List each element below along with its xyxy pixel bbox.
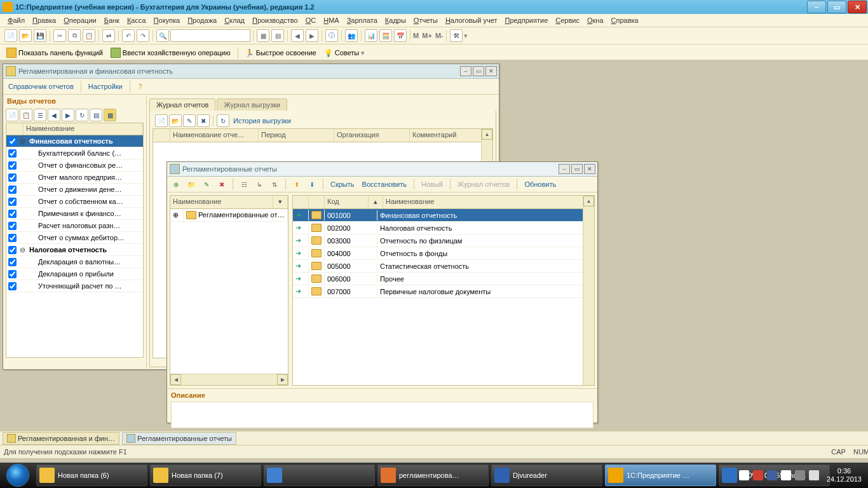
child-maximize-button[interactable]: ▭	[473, 66, 484, 76]
reports-window-title[interactable]: Регламентированная и финансовая отчетнос…	[3, 64, 499, 79]
add-icon[interactable]: ⊕	[170, 179, 182, 190]
item-checkbox[interactable]	[8, 186, 17, 194]
move-icon[interactable]: ↳	[254, 179, 265, 190]
tray-network-icon[interactable]	[795, 470, 805, 480]
reg-reports-title[interactable]: Регламентированные отчеты – ▭ ✕	[167, 162, 597, 177]
grid-row[interactable]: ➜005000Статистическая отчетность	[293, 260, 594, 273]
report-tree-item[interactable]: Отчет о финансовых ре…	[6, 159, 143, 172]
chart-icon[interactable]: 📊	[365, 29, 377, 42]
menu-Окна[interactable]: Окна	[583, 15, 607, 25]
report-tree-item[interactable]: ⊖Налоговая отчетность	[6, 244, 143, 256]
calc-icon[interactable]: 🧮	[379, 29, 392, 42]
child-maximize-button[interactable]: ▭	[571, 164, 583, 174]
tab-upload-journal[interactable]: Журнал выгрузки	[217, 98, 287, 111]
close-button[interactable]: ✕	[848, 1, 867, 13]
tray-lang-icon[interactable]	[767, 470, 777, 480]
tray-flag-icon[interactable]	[739, 470, 749, 480]
item-checkbox[interactable]	[8, 246, 17, 254]
sort-icon[interactable]: ⇅	[269, 179, 280, 190]
hide-link[interactable]: Скрыть	[328, 179, 357, 189]
copy-icon[interactable]: ⧉	[68, 29, 81, 42]
item-checkbox[interactable]	[8, 149, 17, 158]
down-icon[interactable]: ⬇	[306, 179, 318, 190]
grid-row[interactable]: ➜004000Отчетность в фонды	[293, 247, 594, 260]
open2-icon[interactable]: 📂	[169, 114, 182, 127]
menu-Предприятие[interactable]: Предприятие	[501, 15, 552, 25]
menu-Склад[interactable]: Склад	[220, 15, 248, 25]
menu-НМА[interactable]: НМА	[320, 15, 342, 25]
add-icon[interactable]: 📄	[6, 109, 18, 121]
name-column[interactable]: Наименование	[24, 123, 143, 135]
grid-row[interactable]: ➜001000Финансовая отчетность	[293, 209, 594, 222]
taskbar-button[interactable]	[264, 464, 375, 486]
menu-Продажа[interactable]: Продажа	[184, 15, 220, 25]
refresh-icon[interactable]: ↻	[76, 109, 88, 121]
help-icon[interactable]: ?	[135, 81, 146, 92]
menu-Справка[interactable]: Справка	[607, 15, 642, 25]
item-checkbox[interactable]	[8, 258, 17, 266]
taskbar-button[interactable]: 1С:Предприятие …	[605, 464, 716, 486]
compare-icon[interactable]: ⇄	[102, 29, 115, 42]
refresh-link[interactable]: Обновить	[522, 179, 559, 189]
delete2-icon[interactable]: ✖	[216, 179, 227, 190]
help-icon[interactable]: ⓘ	[325, 29, 338, 42]
report-tree-item[interactable]: Отчет о движении дене…	[6, 184, 143, 196]
item-checkbox[interactable]	[8, 173, 17, 182]
scroll-left-icon[interactable]: ◀	[170, 374, 181, 385]
report-tree-item[interactable]: Отчет о суммах дебитор…	[6, 232, 143, 244]
item-checkbox[interactable]	[8, 270, 17, 278]
scroll-up-icon[interactable]: ▲	[482, 129, 492, 140]
search-input[interactable]	[170, 29, 250, 42]
report-tree-item[interactable]: Декларация о валютны…	[6, 256, 143, 268]
new-doc-icon[interactable]: 📄	[4, 29, 17, 42]
report-tree-item[interactable]: Примечания к финансо…	[6, 208, 143, 220]
tools-icon[interactable]: 🛠	[450, 29, 463, 42]
item-checkbox[interactable]	[8, 282, 17, 290]
copy2-icon[interactable]: 📋	[20, 109, 32, 121]
maximize-button[interactable]: ▭	[827, 1, 846, 13]
reference-button[interactable]: Справочник отчетов	[6, 81, 76, 92]
edit2-icon[interactable]: ✎	[201, 179, 212, 190]
new-icon[interactable]: 📄	[155, 114, 168, 127]
menu-ОС[interactable]: ОС	[302, 15, 320, 25]
mem-mp[interactable]: М+	[422, 32, 432, 39]
search-icon[interactable]: 🔍	[156, 29, 169, 42]
enter-op-button[interactable]: Ввести хозяйственную операцию	[108, 46, 233, 59]
tips-button[interactable]: 💡Советы▾	[322, 48, 367, 58]
people-icon[interactable]: 👥	[345, 29, 358, 42]
tab-journal[interactable]: Журнал отчетов	[149, 98, 215, 111]
quick-button[interactable]: 🏃Быстрое освоение	[243, 48, 319, 58]
start-button[interactable]	[0, 463, 35, 488]
child-minimize-button[interactable]: –	[559, 164, 570, 174]
structure-icon[interactable]: ☰	[34, 109, 46, 121]
menu-Файл[interactable]: Файл	[4, 15, 29, 25]
report-tree-item[interactable]: ⊖Финансовая отчетность	[6, 135, 143, 147]
save-icon[interactable]: 💾	[34, 29, 46, 42]
grid-row[interactable]: ➜006000Прочее	[293, 273, 594, 285]
settings-button[interactable]: Настройки	[86, 81, 125, 92]
report-tree-item[interactable]: Отчет о собственном ка…	[6, 196, 143, 208]
item-checkbox[interactable]	[8, 137, 17, 146]
col-code[interactable]: Код	[325, 196, 369, 208]
edit-icon[interactable]: ✎	[183, 114, 196, 127]
menu-Банк[interactable]: Банк	[100, 15, 123, 25]
menu-Покупка[interactable]: Покупка	[150, 15, 184, 25]
item-checkbox[interactable]	[8, 222, 17, 230]
taskbar-button[interactable]: Новая папка (7)	[150, 464, 261, 486]
menu-Правка[interactable]: Правка	[29, 15, 60, 25]
tray-shield-icon[interactable]	[753, 470, 763, 480]
cards-icon[interactable]: ▦	[104, 109, 116, 121]
menu-Зарплата[interactable]: Зарплата	[343, 15, 381, 25]
back-icon[interactable]: ◀	[291, 29, 304, 42]
scroll-up-icon[interactable]: ▲	[583, 196, 594, 207]
grid-row[interactable]: ➜002000Налоговая отчетность	[293, 222, 594, 234]
up-icon[interactable]: ⬆	[291, 179, 302, 190]
col-name-right[interactable]: Наименование	[383, 196, 594, 208]
hierarchy-icon[interactable]: ☷	[238, 179, 250, 190]
grid-row[interactable]: ➜003000Отчетность по физлицам	[293, 234, 594, 247]
menu-Отчеты[interactable]: Отчеты	[410, 15, 442, 25]
item-checkbox[interactable]	[8, 198, 17, 206]
item-checkbox[interactable]	[8, 210, 17, 218]
tray-volume-icon[interactable]	[809, 470, 819, 480]
menu-Сервис[interactable]: Сервис	[552, 15, 583, 25]
